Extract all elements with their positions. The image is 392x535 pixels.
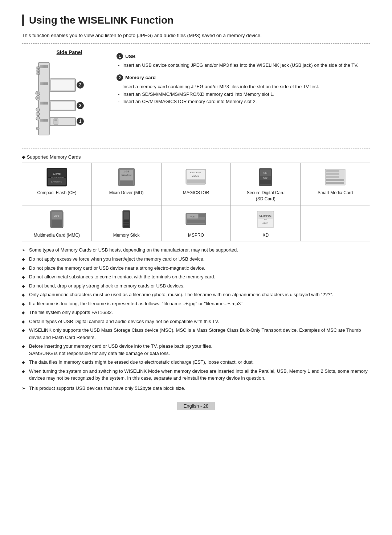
svg-rect-83 (123, 220, 129, 222)
bullet-5: If a filename is too long, the filename … (22, 300, 370, 307)
memory-card-line-2: Insert an SD/SM/MMC/MS/MSPRO/XD memory c… (118, 91, 363, 98)
svg-text:2: 2 (79, 103, 82, 108)
svg-rect-73 (326, 173, 339, 175)
bullet-7: Certain types of USB Digital camera and … (22, 318, 370, 325)
side-panel-box: Side Panel 2 (22, 43, 370, 148)
svg-point-37 (36, 117, 40, 120)
bullet-list: Do not apply excessive force when you in… (22, 256, 370, 382)
svg-rect-76 (326, 182, 344, 184)
card-ms-label: Memory Stick (95, 232, 158, 238)
bullet-9: Before inserting your memory card or USB… (22, 343, 370, 357)
bullet-4: Only alphanumeric characters must be use… (22, 291, 370, 298)
svg-text:64MB: 64MB (262, 222, 268, 224)
svg-rect-3 (37, 73, 40, 74)
usb-line-1: Insert an USB device containing JPEG and… (118, 62, 363, 69)
bullet-8: WISELINK only supports the USB Mass Stor… (22, 327, 370, 341)
svg-text:256: 256 (54, 214, 59, 217)
card-cf-label: Compact Flash (CF) (25, 190, 89, 196)
svg-rect-65 (187, 180, 205, 183)
footer-badge: English - 28 (177, 402, 215, 410)
memory-card-line-3: Insert an CF/MD/MAGICSTOR memory card in… (118, 98, 363, 106)
usb-body: Insert an USB device containing JPEG and… (117, 62, 363, 69)
usb-title: 1 USB (117, 53, 363, 60)
bullet-2: Do not allow metal substances to come in… (22, 273, 370, 281)
svg-rect-1 (37, 67, 40, 69)
memory-card-title: 2 Memory card (117, 74, 363, 81)
supported-cards-label: Supported Memory Cards (22, 154, 370, 160)
memory-card-section: 2 Memory card Insert a memory card conta… (117, 74, 363, 106)
memory-card-num: 2 (117, 74, 123, 81)
footer-note: This product supports USB devices that h… (22, 385, 370, 391)
svg-rect-75 (326, 179, 344, 181)
bullet-6: The file system only supports FAT16/32. (22, 309, 370, 316)
svg-rect-70 (260, 180, 271, 184)
bullet-3: Do not bend, drop or apply strong shock … (22, 282, 370, 290)
svg-point-35 (36, 108, 40, 111)
intro-text: This function enables you to view and li… (22, 33, 370, 38)
card-ms: Memory Stick (91, 205, 161, 241)
card-xd-label: XD (234, 232, 297, 238)
side-panel-descriptions: 1 USB Insert an USB device containing JP… (117, 49, 363, 111)
memory-card-label: Memory card (125, 75, 156, 80)
svg-point-49 (36, 127, 39, 130)
card-md-image: microdrive 1 GB (114, 167, 139, 188)
bullet-0: Do not apply excessive force when you in… (22, 256, 370, 263)
svg-text:1 GB: 1 GB (123, 170, 129, 173)
card-xd: OLYMPUS xD 64MB XD (231, 205, 301, 241)
svg-rect-60 (120, 181, 133, 185)
cards-note: Some types of Memory Cards or USB hosts,… (22, 247, 370, 253)
bullet-1: Do not place the memory card or USB devi… (22, 265, 370, 272)
page-footer: English - 28 (22, 402, 370, 410)
svg-text:SD: SD (264, 171, 268, 175)
page-title: Using the WISELINK Function (22, 15, 370, 26)
svg-text:4GB: 4GB (190, 216, 195, 218)
svg-text:2.2GB: 2.2GB (192, 175, 200, 177)
card-sd: SD 512 Secure Digital Card(SD Card) (231, 163, 301, 205)
card-mmc-label: Multimedia Card (MMC) (25, 232, 89, 238)
memory-card-body: Insert a memory card containing JPEG and… (117, 83, 363, 106)
card-sd-label: Secure Digital Card(SD Card) (234, 190, 297, 202)
card-mspro-image: 4GB (183, 209, 209, 230)
svg-rect-85 (123, 225, 129, 227)
card-magicstor-label: MAGICSTOR (164, 190, 228, 196)
svg-rect-84 (123, 223, 129, 224)
card-mspro: 4GB MSPRO (161, 205, 231, 241)
card-empty-image (323, 209, 348, 230)
svg-rect-82 (124, 212, 129, 219)
svg-rect-2 (37, 70, 40, 72)
card-sm-image (323, 167, 348, 188)
svg-text:ANYDRIVE: ANYDRIVE (190, 171, 201, 173)
svg-rect-26 (51, 101, 75, 110)
cards-table: 128MB CompactFlash SAMSUNG Compact Flash… (22, 163, 370, 241)
card-md: microdrive 1 GB Micro Driver (MD) (91, 163, 161, 205)
card-sd-image: SD 512 (253, 167, 278, 188)
cards-row-2: 256 Multimedia Card (MMC) Memory Stic (22, 205, 370, 241)
svg-rect-12 (51, 79, 75, 91)
card-magicstor: ANYDRIVE 2.2GB MAGICSTOR (161, 163, 231, 205)
usb-label: USB (125, 54, 136, 59)
memory-card-line-1: Insert a memory card containing JPEG and… (118, 83, 363, 91)
bullet-10: The data files in memory cards might be … (22, 359, 370, 366)
svg-rect-89 (199, 214, 205, 217)
card-cf-image: 128MB CompactFlash SAMSUNG (44, 167, 69, 188)
svg-point-24 (37, 97, 39, 99)
svg-text:OLYMPUS: OLYMPUS (259, 215, 271, 217)
svg-rect-40 (54, 119, 57, 121)
card-mmc-image: 256 (44, 209, 69, 230)
svg-text:2: 2 (79, 82, 82, 87)
card-md-label: Micro Driver (MD) (95, 190, 158, 196)
card-sm-label: Smart Media Card (303, 190, 367, 196)
card-mspro-label: MSPRO (164, 232, 228, 238)
card-cf: 128MB CompactFlash SAMSUNG Compact Flash… (22, 163, 92, 205)
usb-section: 1 USB Insert an USB device containing JP… (117, 53, 363, 69)
svg-rect-0 (38, 62, 49, 135)
svg-rect-90 (187, 220, 205, 223)
svg-text:128MB: 128MB (53, 172, 61, 175)
card-mmc: 256 Multimedia Card (MMC) (22, 205, 92, 241)
side-panel-label: Side Panel (57, 49, 82, 55)
card-sm: Smart Media Card (301, 163, 370, 205)
svg-text:1: 1 (79, 119, 82, 124)
cards-row-1: 128MB CompactFlash SAMSUNG Compact Flash… (22, 163, 370, 205)
svg-point-22 (37, 92, 39, 94)
tv-side-diagram: 2 2 (35, 59, 104, 142)
